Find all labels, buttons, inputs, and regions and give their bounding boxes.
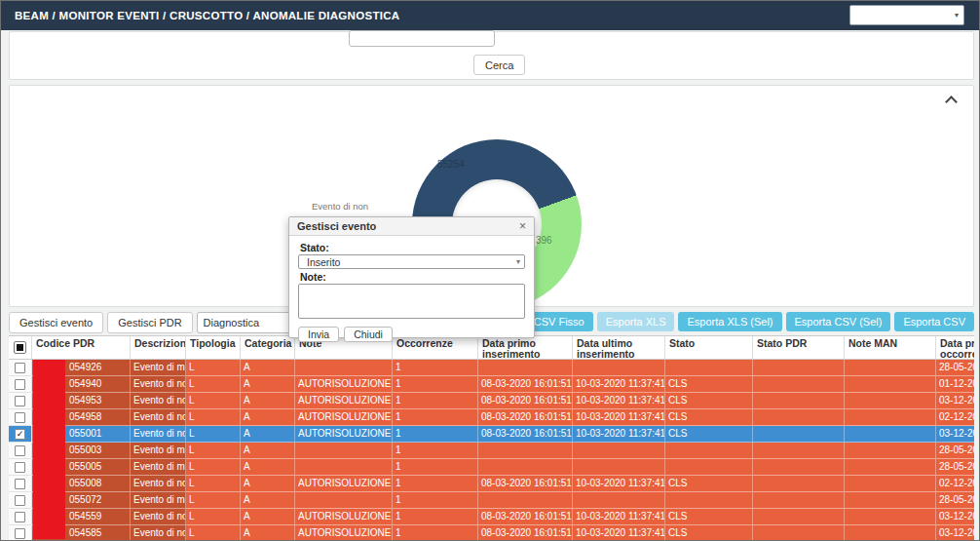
column-header-8[interactable]: Stato	[665, 336, 753, 359]
chart-category-label: Evento di non	[312, 201, 368, 212]
cell-6: 08-03-2020 16:01:51	[478, 376, 573, 393]
column-header-1[interactable]: Descrizione	[131, 336, 186, 359]
row-checkbox[interactable]	[15, 512, 25, 522]
row-checkbox-cell: ✓	[9, 426, 32, 443]
cell-8: CLS	[665, 376, 753, 393]
close-icon[interactable]: ×	[519, 220, 526, 232]
row-checkbox-cell	[9, 509, 32, 525]
row-checkbox[interactable]	[15, 528, 25, 539]
row-checkbox[interactable]	[15, 396, 25, 406]
column-header-11[interactable]: Data pri occorre	[936, 336, 974, 359]
row-checkbox[interactable]	[15, 462, 25, 473]
cell-7: 10-03-2020 11:37:41	[573, 376, 665, 393]
row-checkbox-cell	[9, 360, 32, 376]
cell-9	[753, 492, 845, 509]
cell-6: 08-03-2020 16:01:51	[478, 393, 573, 409]
header-select[interactable]: ▾	[849, 5, 964, 25]
gestisci-evento-button[interactable]: Gestisci evento	[9, 312, 103, 333]
column-header-9[interactable]: Stato PDR	[753, 336, 845, 359]
cell-11: 03-12-20	[936, 426, 974, 443]
cell-2: L	[186, 476, 241, 492]
cell-7	[573, 360, 665, 376]
modal-buttons: Invia Chiudi	[298, 327, 525, 342]
cell-6	[478, 492, 573, 509]
note-textarea[interactable]	[298, 284, 525, 319]
cell-6	[478, 459, 573, 476]
cell-6: 08-03-2020 16:01:51	[478, 509, 573, 525]
cell-8	[665, 459, 753, 476]
table-row[interactable]: 054585Evento di no...LAAUTORISOLUZIONE10…	[9, 525, 974, 541]
cell-9	[753, 443, 845, 459]
row-checkbox[interactable]	[15, 379, 25, 390]
cell-3: A	[241, 459, 295, 476]
chart-slice-label-green: 396	[536, 235, 552, 246]
modal-header[interactable]: Gestisci evento ×	[289, 217, 534, 236]
cell-2: L	[186, 376, 241, 393]
cell-2: L	[186, 409, 241, 426]
table-row[interactable]: 055072Evento di m...LA128-05-20	[9, 492, 974, 509]
esporta-xls-sel-button[interactable]: Esporta XLS (Sel)	[678, 312, 781, 331]
row-checkbox[interactable]	[15, 412, 25, 423]
cell-6	[478, 443, 573, 459]
cell-5: 1	[393, 509, 478, 525]
cell-1: Evento di no...	[131, 525, 186, 541]
chiudi-button[interactable]: Chiudi	[344, 327, 393, 342]
row-checkbox[interactable]	[15, 479, 25, 489]
row-checkbox-cell	[9, 459, 32, 476]
gestisci-pdr-button[interactable]: Gestisci PDR	[107, 312, 192, 333]
row-checkbox-checked[interactable]: ✓	[15, 429, 25, 440]
table-row[interactable]: 054940Evento di no...LAAUTORISOLUZIONE10…	[9, 376, 974, 393]
table-row[interactable]: 054958Evento di no...LAAUTORISOLUZIONE10…	[9, 409, 974, 426]
table-row[interactable]: 055003Evento di m...LA128-05-20	[9, 443, 974, 459]
cell-7: 10-03-2020 11:37:41	[573, 409, 665, 426]
cell-5: 1	[393, 525, 478, 541]
cell-7	[573, 459, 665, 476]
top-navbar: BEAM / MONITOR EVENTI / CRUSCOTTO / ANOM…	[1, 1, 980, 30]
cell-5: 1	[393, 426, 478, 443]
table-row[interactable]: 054953Evento di no...LAAUTORISOLUZIONE10…	[9, 393, 974, 409]
cell-11: 03-12-20	[936, 393, 974, 409]
table-row[interactable]: 055008Evento di no...LAAUTORISOLUZIONE10…	[9, 476, 974, 492]
events-table: Codice PDRDescrizioneTipologiaCategoriaN…	[9, 335, 974, 541]
table-row[interactable]: 055005Evento di m...LA128-05-20	[9, 459, 974, 476]
column-header-0[interactable]: Codice PDR	[32, 336, 131, 359]
table-row[interactable]: 054559Evento di no...LAAUTORISOLUZIONE10…	[9, 509, 974, 525]
cell-2: L	[186, 509, 241, 525]
cell-2: L	[186, 459, 241, 476]
cerca-button[interactable]: Cerca	[473, 55, 525, 75]
row-checkbox[interactable]	[15, 495, 25, 506]
esporta-csv-sel-button[interactable]: Esporta CSV (Sel)	[786, 312, 891, 331]
invia-button[interactable]: Invia	[298, 327, 339, 342]
cell-1: Evento di no...	[131, 393, 186, 409]
row-checkbox[interactable]	[15, 445, 25, 456]
esporta-xls-button[interactable]: Esporta XLS	[597, 312, 675, 331]
select-all-checkbox[interactable]	[14, 341, 26, 354]
row-checkbox-cell	[9, 443, 32, 459]
cell-10	[845, 360, 936, 376]
stato-select[interactable]: Inserito ▾	[298, 254, 525, 269]
cell-3: A	[241, 443, 295, 459]
column-header-2[interactable]: Tipologia	[186, 336, 241, 359]
gestisci-evento-modal: Gestisci evento × Stato: Inserito ▾ Note…	[288, 216, 535, 338]
select-all-cell	[9, 336, 32, 359]
search-input[interactable]	[349, 30, 495, 47]
cell-4	[295, 492, 393, 509]
column-header-3[interactable]: Categoria	[241, 336, 295, 359]
cell-11: 28-05-20	[936, 492, 974, 509]
cell-1: Evento di m...	[131, 492, 186, 509]
column-header-7[interactable]: Data ultimo inserimento	[573, 336, 665, 359]
table-row[interactable]: ✓055001Evento di no...LAAUTORISOLUZIONE1…	[9, 426, 974, 443]
esporta-csv-button[interactable]: Esporta CSV	[894, 312, 974, 331]
stato-label: Stato:	[300, 242, 525, 253]
chevron-down-icon: ▾	[955, 11, 959, 19]
table-row[interactable]: 054926Evento di m...LA128-05-20	[9, 360, 974, 376]
cell-7: 10-03-2020 11:37:41	[573, 476, 665, 492]
cell-5: 1	[393, 476, 478, 492]
redaction-overlay	[33, 360, 65, 539]
cell-6: 08-03-2020 16:01:51	[478, 476, 573, 492]
cell-4: AUTORISOLUZIONE	[295, 376, 393, 393]
chevron-up-icon[interactable]	[945, 96, 958, 108]
cell-9	[753, 360, 845, 376]
column-header-10[interactable]: Note MAN	[845, 336, 936, 359]
row-checkbox[interactable]	[15, 363, 25, 373]
